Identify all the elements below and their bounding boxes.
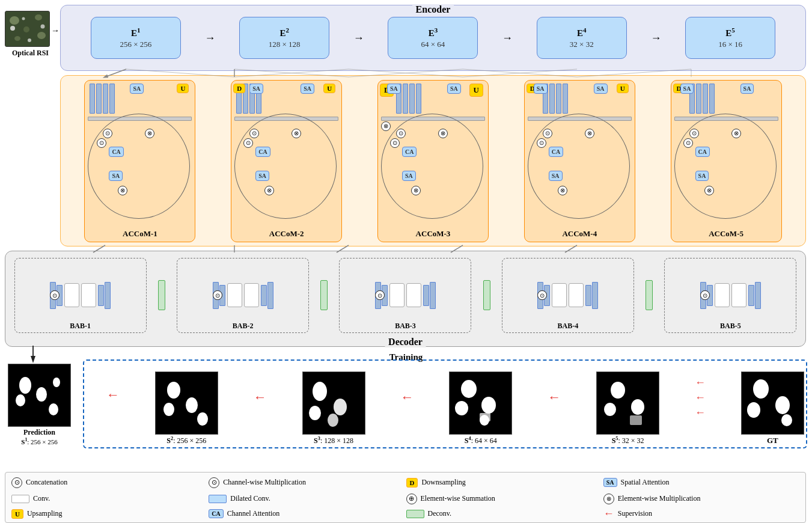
s4-image bbox=[449, 372, 512, 435]
accom2-mult: ⊗ bbox=[292, 129, 301, 138]
svg-point-12 bbox=[16, 394, 25, 406]
legend-channel-attn: CA Channel Attention bbox=[209, 509, 404, 518]
svg-point-38 bbox=[753, 379, 769, 399]
svg-point-34 bbox=[604, 403, 616, 416]
red-arrow-icon: ← bbox=[603, 507, 614, 520]
accom4-sa1: SA bbox=[534, 84, 548, 94]
optical-rsi-label: Optical RSI bbox=[5, 49, 56, 58]
accom1-concat1: ⊙ bbox=[103, 129, 112, 138]
encoder-block-e2-label: E2 bbox=[279, 26, 289, 38]
bab-module-5: ⊙ ⊙ BAB-5 bbox=[664, 258, 796, 333]
accom2-sa1: SA bbox=[249, 84, 263, 94]
s1-size-label: S1: 256 × 256 bbox=[21, 437, 57, 445]
accom3-mult2: ⊗ bbox=[438, 129, 448, 138]
encoder-section: Encoder E1 256 × 256 → E2 128 × 128 → E3… bbox=[60, 5, 806, 71]
accom2-mult2: ⊗ bbox=[264, 186, 274, 195]
output-s3: S3: 128 × 128 bbox=[302, 372, 365, 445]
legend-concat: ⊙ Concatenation bbox=[11, 477, 207, 488]
accom2-concat2: ⊙ bbox=[243, 138, 253, 148]
bab2-label: BAB-2 bbox=[233, 322, 254, 331]
svg-point-39 bbox=[747, 402, 760, 418]
accom2-u-box: U bbox=[323, 84, 335, 93]
s3-image bbox=[302, 372, 365, 435]
accom5-concat1: ⊙ bbox=[689, 129, 699, 138]
accom1-sa-lower: SA bbox=[109, 171, 123, 181]
accom5-mult2: ⊗ bbox=[704, 186, 714, 195]
arrow-e1-e2: → bbox=[204, 32, 215, 44]
svg-point-33 bbox=[611, 382, 625, 399]
accom-module-4: D U SA SA ⊙ CA SA ⊙ ⊗ ⊗ ACCoM-4 bbox=[524, 80, 635, 242]
fmap-bar bbox=[103, 84, 108, 114]
red-arrows-to-gt: ← ← ← bbox=[695, 376, 706, 419]
accom4-oval bbox=[528, 114, 630, 219]
output-gt: GT bbox=[741, 372, 804, 445]
accom3-concat1: ⊙ bbox=[396, 129, 406, 138]
bab2-dilated-bars2 bbox=[261, 282, 273, 309]
bab4-conv2 bbox=[569, 283, 584, 307]
deconv-2-3 bbox=[320, 280, 328, 310]
dilated-conv-label: Dilated Conv. bbox=[230, 494, 270, 503]
accom4-mult: ⊗ bbox=[585, 129, 594, 138]
svg-point-27 bbox=[461, 380, 477, 398]
bab4-inner: ⊙ ⊙ bbox=[534, 279, 601, 312]
bab1-concat2: ⊙ bbox=[50, 290, 60, 300]
accom1-ca: CA bbox=[109, 147, 123, 157]
svg-point-24 bbox=[334, 399, 347, 415]
downsampling-label: Downsampling bbox=[421, 478, 465, 487]
encoder-block-e3-label: E3 bbox=[429, 26, 438, 38]
accom4-sa2: SA bbox=[594, 84, 608, 94]
channel-mult-icon: ⊙ bbox=[209, 477, 219, 488]
red-arrow-gt-2: ← bbox=[695, 391, 706, 404]
accom2-concat1: ⊙ bbox=[249, 129, 259, 138]
concat-label: Concatenation bbox=[26, 478, 67, 487]
accom2-label: ACCoM-2 bbox=[269, 229, 304, 239]
svg-point-25 bbox=[328, 414, 338, 427]
accom1-hbar bbox=[88, 117, 192, 121]
svg-point-18 bbox=[163, 403, 174, 416]
svg-point-14 bbox=[49, 403, 58, 415]
encoder-block-e4-label: E4 bbox=[577, 26, 587, 38]
fmap-bar bbox=[96, 84, 102, 114]
accom-module-3: D U SA SA ⊙ CA SA ⊙ ⊗ ⊗ ⊗ ACCoM-3 bbox=[377, 80, 489, 242]
u-box-icon: U bbox=[11, 509, 23, 519]
encoder-block-e5: E5 16 × 16 bbox=[685, 17, 775, 59]
encoder-block-e3: E3 64 × 64 bbox=[388, 17, 478, 59]
bab3-conv2 bbox=[406, 283, 421, 307]
encoder-block-e5-label: E5 bbox=[725, 26, 735, 38]
s4-label: S4: 64 × 64 bbox=[465, 436, 497, 445]
accom3-hbar bbox=[381, 117, 485, 121]
svg-point-3 bbox=[23, 26, 29, 32]
svg-point-29 bbox=[481, 397, 496, 414]
svg-rect-36 bbox=[630, 415, 642, 425]
fmap-bar bbox=[416, 84, 421, 114]
accom5-ca: CA bbox=[695, 147, 710, 157]
bab3-label: BAB-3 bbox=[395, 322, 416, 331]
accom-module-5: D SA SA ⊙ CA SA ⊙ ⊗ ⊗ ACCoM-5 bbox=[671, 80, 782, 242]
dilated-conv-icon bbox=[209, 495, 227, 503]
fmap-bar bbox=[409, 84, 415, 114]
accom1-mult2: ⊗ bbox=[118, 186, 127, 195]
dilated-bar bbox=[592, 282, 598, 309]
encoder-block-e1: E1 256 × 256 bbox=[91, 17, 181, 59]
dilated-bar bbox=[105, 282, 111, 309]
svg-point-22 bbox=[313, 382, 327, 401]
encoder-block-e5-size: 16 × 16 bbox=[718, 40, 742, 49]
accom3-mult3: ⊗ bbox=[411, 186, 421, 195]
s2-image bbox=[155, 372, 218, 435]
red-arrow-to-s3: ← bbox=[400, 390, 414, 405]
encoder-block-e4-size: 32 × 32 bbox=[570, 40, 594, 49]
fmap-bar bbox=[90, 84, 95, 114]
legend-spatial-attn: SA Spatial Attention bbox=[603, 478, 799, 487]
svg-point-1 bbox=[10, 16, 19, 25]
accom4-ca: CA bbox=[549, 147, 563, 157]
svg-point-23 bbox=[309, 406, 321, 420]
svg-point-8 bbox=[41, 25, 45, 29]
upsampling-label: Upsampling bbox=[27, 509, 63, 518]
ca-box-icon: CA bbox=[209, 509, 223, 518]
accom3-label: ACCoM-3 bbox=[416, 229, 451, 239]
svg-rect-31 bbox=[480, 413, 490, 421]
accom1-mult: ⊗ bbox=[145, 129, 154, 138]
encoder-boxes: E1 256 × 256 → E2 128 × 128 → E3 64 × 64… bbox=[61, 5, 805, 70]
accom4-concat1: ⊙ bbox=[543, 129, 552, 138]
bab5-concat2: ⊙ bbox=[700, 290, 710, 300]
